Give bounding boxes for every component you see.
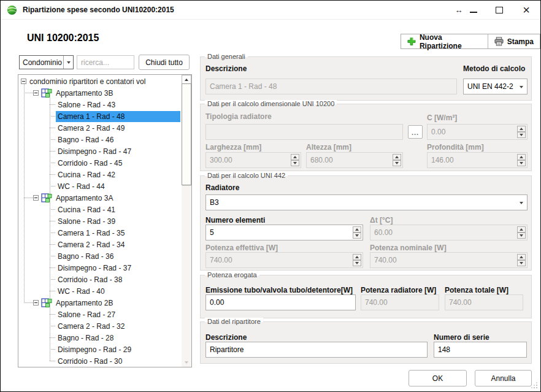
- spin-up-button[interactable]: [353, 254, 361, 260]
- tree-expander-icon[interactable]: [33, 195, 39, 201]
- tree-item-label[interactable]: Disimpegno - Rad - 29: [56, 344, 133, 355]
- tree-item[interactable]: Disimpegno - Rad - 37: [18, 262, 182, 274]
- spin-up-button[interactable]: [517, 254, 526, 260]
- spin-down-button[interactable]: [353, 233, 361, 239]
- c-coefficient-spinner: 0.00: [427, 124, 528, 140]
- spin-down-button[interactable]: [517, 160, 526, 166]
- tree-item[interactable]: Appartamento 3A: [18, 192, 182, 204]
- search-input[interactable]: [77, 55, 134, 69]
- tree-item-label[interactable]: Appartamento 2B: [54, 298, 115, 309]
- tree-item[interactable]: condominio ripartitori e contatori vol: [18, 75, 182, 87]
- tree-item-label[interactable]: WC - Rad - 40: [56, 286, 107, 297]
- c-coefficient-label: C [W/m³]: [427, 113, 457, 122]
- tree-item[interactable]: Cucina - Rad - 41: [18, 204, 182, 215]
- potenza-nominale-spinner: 740.00: [370, 252, 528, 268]
- ok-button[interactable]: OK: [409, 370, 467, 386]
- tree-item-label[interactable]: Corridoio - Rad - 45: [56, 158, 124, 169]
- print-button[interactable]: Stampa: [488, 34, 540, 48]
- tree-item-label[interactable]: Cucina - Rad - 41: [56, 204, 117, 215]
- tree-item-label[interactable]: WC - Rad - 44: [56, 181, 107, 192]
- tree-item[interactable]: Salone - Rad - 43: [18, 99, 182, 110]
- tree-item-label[interactable]: Camera 1 - Rad - 35: [56, 228, 126, 239]
- resize-grip[interactable]: [531, 382, 537, 388]
- tree-item-label[interactable]: Appartamento 3A: [54, 193, 115, 204]
- tree-expander-icon[interactable]: [21, 79, 26, 84]
- tree-item-label[interactable]: Appartamento 3B: [54, 88, 115, 99]
- tree-item[interactable]: Camera 2 - Rad - 49: [18, 122, 182, 134]
- tree-item-label[interactable]: Salone - Rad - 43: [56, 99, 117, 110]
- metodo-calcolo-dropdown[interactable]: UNI EN 442-2: [463, 79, 528, 94]
- window-title: Ripartizione spese secondo UNI10200:2015: [23, 6, 174, 14]
- spin-down-button[interactable]: [517, 260, 526, 266]
- tree-item[interactable]: Salone - Rad - 39: [18, 215, 182, 227]
- numero-serie-field[interactable]: 148: [434, 342, 527, 358]
- tree-item-label[interactable]: Corridoio - Rad - 38: [56, 274, 124, 285]
- maximize-button[interactable]: [494, 3, 505, 17]
- tree-item-label[interactable]: Camera 2 - Rad - 32: [56, 321, 126, 332]
- tree-item-label[interactable]: Camera 1 - Rad - 48: [56, 111, 180, 122]
- tree-item[interactable]: Disimpegno - Rad - 47: [18, 145, 182, 157]
- spin-down-button[interactable]: [517, 233, 526, 239]
- tree-item[interactable]: Bagno - Rad - 28: [18, 332, 182, 344]
- window-controls: ↔ ×: [453, 3, 532, 17]
- tree-item-label[interactable]: Bagno - Rad - 46: [56, 134, 115, 145]
- tree-item-label[interactable]: Camera 2 - Rad - 34: [56, 239, 126, 250]
- resize-arrows-icon[interactable]: ↔: [453, 3, 464, 17]
- tree-item[interactable]: Bagno - Rad - 46: [18, 134, 182, 145]
- browse-button[interactable]: ...: [408, 125, 423, 139]
- ripartitore-descrizione-field[interactable]: Ripartitore: [205, 342, 428, 358]
- close-button[interactable]: ×: [521, 3, 532, 17]
- condominio-dropdown[interactable]: Condominio: [19, 55, 74, 69]
- group-title: Dati per il calcolo UNI 442: [205, 172, 288, 180]
- tree-item-label[interactable]: Bagno - Rad - 28: [56, 332, 115, 344]
- cancel-button[interactable]: Annulla: [475, 370, 532, 386]
- spin-down-button[interactable]: [291, 160, 299, 166]
- collapse-all-button[interactable]: Chiudi tutto: [139, 55, 190, 70]
- minimize-button[interactable]: [468, 3, 479, 17]
- spin-down-button[interactable]: [393, 160, 401, 166]
- tree-item-label[interactable]: Bagno - Rad - 36: [56, 251, 115, 262]
- tree-item[interactable]: Camera 1 - Rad - 48: [18, 110, 182, 122]
- tree-item[interactable]: WC - Rad - 44: [18, 180, 182, 192]
- new-ripartizione-button[interactable]: Nuova Ripartizione: [401, 34, 488, 48]
- radiatore-dropdown[interactable]: B3: [205, 194, 528, 210]
- tree-item-label[interactable]: Cucina - Rad - 42: [56, 169, 117, 180]
- tree-item-label[interactable]: Camera 2 - Rad - 49: [56, 123, 126, 134]
- spin-down-button[interactable]: [353, 260, 361, 266]
- tree-expander-icon[interactable]: [33, 300, 39, 306]
- tree-item[interactable]: Camera 2 - Rad - 34: [18, 239, 182, 250]
- tree-item[interactable]: Cucina - Rad - 42: [18, 169, 182, 180]
- spin-up-button[interactable]: [517, 126, 526, 132]
- spin-up-button[interactable]: [353, 226, 361, 233]
- tree-scrollbar[interactable]: [182, 75, 191, 367]
- tree-item[interactable]: Appartamento 2B: [18, 297, 182, 309]
- tree-item-label[interactable]: condominio ripartitori e contatori vol: [26, 76, 147, 87]
- spin-up-button[interactable]: [517, 226, 526, 233]
- tree-item[interactable]: Corridoio - Rad - 38: [18, 274, 182, 285]
- tree-item[interactable]: WC - Rad - 40: [18, 285, 182, 297]
- tree-item[interactable]: Salone - Rad - 27: [18, 309, 182, 320]
- scrollbar-thumb[interactable]: [182, 83, 191, 185]
- tree-item[interactable]: Corridoio - Rad - 30: [18, 355, 182, 366]
- tree-item[interactable]: Bagno - Rad - 36: [18, 250, 182, 262]
- tree-item[interactable]: Appartamento 3B: [18, 87, 182, 99]
- tree-item[interactable]: Disimpegno - Rad - 29: [18, 344, 182, 355]
- apartment-tree: condominio ripartitori e contatori vol A…: [18, 74, 192, 367]
- tree-expander-icon[interactable]: [33, 90, 39, 96]
- tree-item-label[interactable]: Disimpegno - Rad - 47: [56, 146, 133, 157]
- tree-item-label[interactable]: Salone - Rad - 27: [56, 309, 117, 320]
- tree-item[interactable]: Camera 1 - Rad - 35: [18, 227, 182, 239]
- numero-elementi-spinner[interactable]: 5: [205, 225, 363, 240]
- scroll-up-button[interactable]: [182, 75, 191, 84]
- spin-up-button[interactable]: [393, 154, 401, 160]
- tree-item[interactable]: Corridoio - Rad - 45: [18, 157, 182, 169]
- tree-item-label[interactable]: Disimpegno - Rad - 37: [56, 263, 133, 274]
- tree-item-label[interactable]: Corridoio - Rad - 30: [56, 356, 124, 367]
- scroll-down-button[interactable]: [182, 358, 191, 367]
- spin-up-button[interactable]: [517, 154, 526, 160]
- emissione-field[interactable]: 0.00: [205, 294, 356, 310]
- spin-down-button[interactable]: [517, 132, 526, 138]
- spin-up-button[interactable]: [291, 154, 299, 160]
- tree-item[interactable]: Camera 2 - Rad - 32: [18, 320, 182, 332]
- tree-item-label[interactable]: Salone - Rad - 39: [56, 216, 117, 227]
